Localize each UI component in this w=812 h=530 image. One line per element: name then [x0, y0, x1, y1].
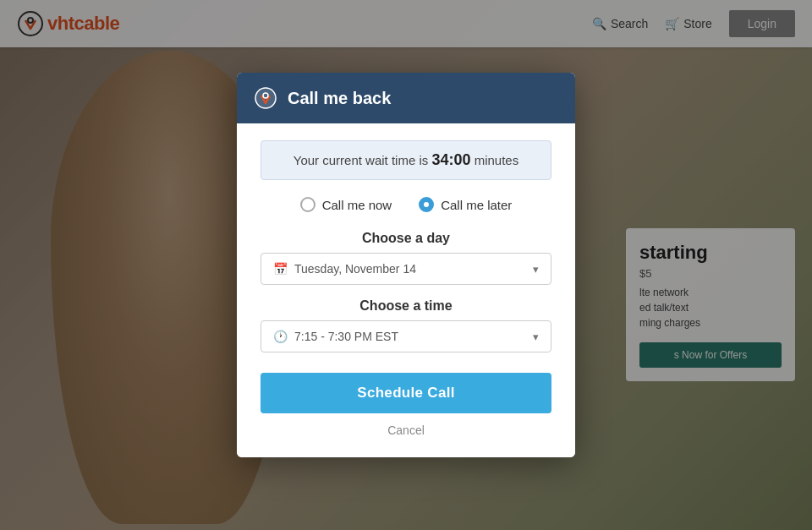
time-select[interactable]: 🕐 7:15 - 7:30 PM EST ▾	[261, 320, 551, 352]
day-select-inner: 📅 Tuesday, November 14	[273, 262, 416, 276]
call-later-radio[interactable]	[419, 197, 434, 212]
time-chevron-icon: ▾	[533, 331, 539, 343]
modal-overlay: Call me back Your current wait time is 3…	[0, 0, 812, 530]
calendar-icon: 📅	[273, 262, 288, 276]
modal-title: Call me back	[288, 89, 391, 108]
call-later-label: Call me later	[441, 198, 512, 212]
day-label: Choose a day	[261, 231, 551, 246]
modal-body: Your current wait time is 34:00 minutes …	[237, 123, 575, 457]
modal-logo-icon	[254, 86, 277, 110]
time-select-inner: 🕐 7:15 - 7:30 PM EST	[273, 330, 398, 343]
schedule-call-button[interactable]: Schedule Call	[261, 373, 551, 413]
time-section: Choose a time 🕐 7:15 - 7:30 PM EST ▾	[261, 298, 551, 352]
cancel-link[interactable]: Cancel	[261, 423, 551, 437]
time-label: Choose a time	[261, 298, 551, 314]
day-chevron-icon: ▾	[533, 263, 539, 276]
wait-time-prefix: Your current wait time is	[294, 153, 432, 167]
call-later-option[interactable]: Call me later	[419, 197, 512, 212]
day-value: Tuesday, November 14	[294, 262, 416, 276]
clock-icon: 🕐	[273, 330, 288, 343]
wait-time-value: 34:00	[431, 151, 470, 168]
call-now-option[interactable]: Call me now	[300, 197, 392, 212]
call-now-radio[interactable]	[300, 197, 315, 212]
wait-time-suffix: minutes	[471, 153, 519, 167]
time-value: 7:15 - 7:30 PM EST	[294, 330, 398, 343]
modal-header: Call me back	[237, 73, 575, 123]
call-options-group: Call me now Call me later	[261, 197, 551, 212]
call-now-label: Call me now	[322, 198, 392, 212]
day-select[interactable]: 📅 Tuesday, November 14 ▾	[261, 253, 551, 285]
day-section: Choose a day 📅 Tuesday, November 14 ▾	[261, 231, 551, 285]
wait-time-box: Your current wait time is 34:00 minutes	[261, 140, 551, 180]
callback-modal: Call me back Your current wait time is 3…	[237, 73, 575, 457]
